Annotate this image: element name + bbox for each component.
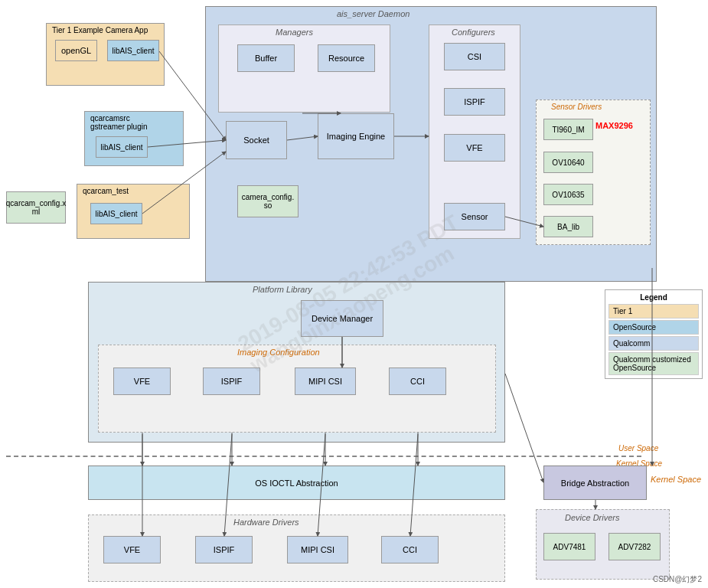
hw-drivers-label: Hardware Drivers	[233, 518, 299, 527]
mipi-csi-hw-label: MIPI CSI	[301, 545, 334, 554]
max9296-label: MAX9296	[595, 121, 633, 130]
ov10640-box: OV10640	[543, 152, 593, 173]
legend-qualcomm: Qualcomm	[608, 336, 699, 351]
vfe-hw-label: VFE	[124, 545, 140, 554]
adv7282-box: ADV7282	[608, 533, 661, 560]
imaging-engine-label: Imaging Engine	[327, 132, 385, 141]
imaging-engine-box: Imaging Engine	[318, 113, 394, 159]
camera-config-label: camera_config. so	[242, 193, 294, 210]
vfe-imgcfg-box: VFE	[113, 368, 171, 395]
mipi-csi-hw-box: MIPI CSI	[287, 536, 348, 564]
libais-client2-box: libAIS_client	[96, 136, 148, 158]
gstreamer-label: qcarcamsrcgstreamer plugin	[90, 114, 147, 131]
cci-imgcfg-box: CCI	[389, 368, 446, 395]
mipi-csi-imgcfg-box: MIPI CSI	[295, 368, 356, 395]
libais-client1-box: libAIS_client	[107, 40, 159, 61]
resource-label: Resource	[328, 54, 364, 63]
ov10635-label: OV10635	[552, 191, 584, 199]
vfe-imgcfg-label: VFE	[134, 377, 150, 386]
tier1-app-label: Tier 1 Example Camera App	[52, 26, 148, 34]
resource-box: Resource	[318, 44, 375, 72]
csi-label: CSI	[468, 52, 481, 61]
libais-client1-label: libAIS_client	[112, 47, 154, 55]
platform-lib-label: Platform Library	[253, 285, 312, 294]
legend-tier1: Tier 1	[608, 304, 699, 318]
libais-client3-box: libAIS_client	[90, 203, 142, 224]
adv7481-box: ADV7481	[543, 533, 595, 560]
legend-title: Legend	[608, 293, 699, 302]
cci-hw-label: CCI	[403, 545, 417, 554]
cci-hw-box: CCI	[381, 536, 439, 564]
ti960-box: TI960_IM	[543, 119, 593, 140]
csi-box: CSI	[444, 43, 505, 70]
device-manager-label: Device Manager	[312, 314, 373, 323]
vfe-cfg-box: VFE	[444, 134, 505, 162]
svg-line-20	[505, 374, 543, 482]
sensor-cfg-label: Sensor	[462, 212, 488, 221]
adv7282-label: ADV7282	[618, 543, 651, 551]
sensor-cfg-box: Sensor	[444, 203, 505, 230]
buffer-label: Buffer	[255, 54, 277, 63]
kernel-space-label2: Kernel Space	[651, 475, 701, 484]
ov10640-label: OV10640	[552, 158, 584, 167]
bridge-abs-label: Bridge Abstraction	[561, 479, 629, 488]
os-ioctl-label: OS IOCTL Abstraction	[255, 479, 338, 488]
adv7481-label: ADV7481	[553, 543, 586, 551]
socket-label: Socket	[243, 136, 269, 145]
sensor-drivers-label: Sensor Drivers	[551, 103, 602, 111]
ba-lib-label: BA_lib	[557, 223, 579, 231]
ispif-imgcfg-label: ISPIF	[221, 377, 243, 386]
vfe-hw-box: VFE	[103, 536, 161, 564]
diagram: 2019-08-05 22:42:53 PDTwangbinxiaopeng.c…	[0, 0, 708, 588]
libais-client3-label: libAIS_client	[95, 210, 137, 218]
imaging-config-label: Imaging Configuration	[237, 348, 320, 357]
ais-daemon-label: ais_server Daemon	[337, 9, 409, 18]
ispif-hw-label: ISPIF	[214, 545, 235, 554]
user-space-label: User Space	[618, 444, 658, 452]
opengl-label: openGL	[61, 46, 91, 55]
cci-imgcfg-label: CCI	[410, 377, 425, 386]
vfe-cfg-label: VFE	[466, 143, 482, 152]
qcarcam-config-box: qcarcam_config.x ml	[6, 191, 66, 224]
ba-lib-box: BA_lib	[543, 216, 593, 237]
footer-text: CSDN@幻梦2	[653, 574, 702, 585]
ispif-cfg-box: ISPIF	[444, 88, 505, 116]
legend-box: Legend Tier 1 OpenSource Qualcomm Qualco…	[605, 289, 703, 379]
qcarcam-test-label: qcarcam_test	[83, 187, 129, 195]
ispif-hw-box: ISPIF	[195, 536, 253, 564]
bridge-abs-box: Bridge Abstraction	[543, 466, 647, 500]
legend-opensource: OpenSource	[608, 320, 699, 335]
camera-config-box: camera_config. so	[237, 185, 299, 217]
ov10635-box: OV10635	[543, 184, 593, 205]
ispif-imgcfg-box: ISPIF	[203, 368, 260, 395]
configurers-label: Configurers	[452, 28, 495, 37]
mipi-csi-imgcfg-label: MIPI CSI	[308, 377, 342, 386]
user-kernel-separator	[6, 456, 641, 457]
device-manager-box: Device Manager	[301, 300, 383, 337]
socket-box: Socket	[226, 121, 287, 159]
ti960-label: TI960_IM	[552, 126, 584, 134]
legend-qualcomm-custom: Qualcomm customized OpenSource	[608, 352, 699, 375]
qcarcam-config-label: qcarcam_config.x ml	[6, 199, 66, 216]
os-ioctl-box: OS IOCTL Abstraction	[88, 466, 505, 500]
device-drivers-label: Device Drivers	[565, 513, 620, 522]
opengl-box: openGL	[55, 40, 97, 61]
libais-client2-label: libAIS_client	[100, 143, 142, 152]
managers-label: Managers	[276, 28, 313, 37]
ispif-cfg-label: ISPIF	[464, 97, 485, 106]
buffer-box: Buffer	[237, 44, 295, 72]
